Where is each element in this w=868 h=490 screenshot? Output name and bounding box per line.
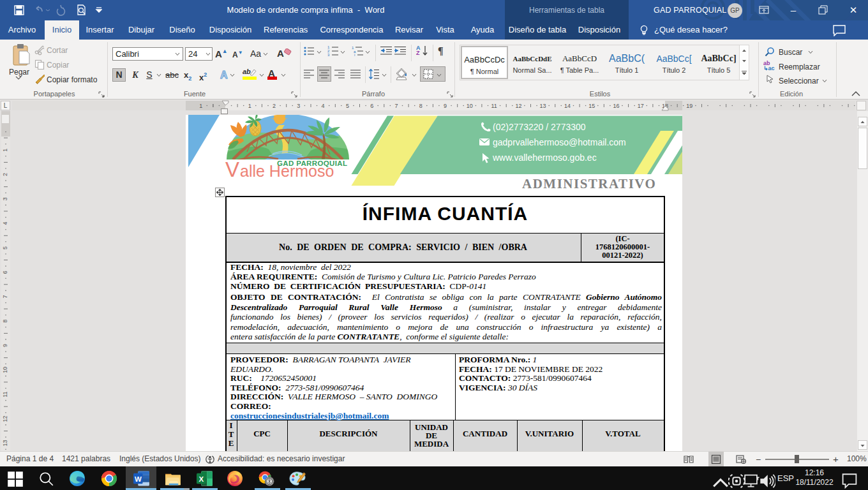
- svg-text:6: 6: [2, 271, 8, 274]
- svg-text:2: 2: [273, 103, 276, 109]
- svg-text:V: V: [225, 158, 239, 181]
- svg-text:8: 8: [419, 103, 423, 109]
- svg-text:1: 1: [199, 103, 202, 109]
- svg-text:10: 10: [467, 103, 473, 109]
- svg-text:5: 5: [346, 103, 349, 109]
- svg-text:3: 3: [327, 53, 330, 57]
- svg-text:4: 4: [322, 103, 325, 109]
- svg-text:9: 9: [2, 344, 8, 347]
- svg-text:3: 3: [2, 197, 8, 200]
- svg-text:13: 13: [540, 103, 546, 109]
- svg-text:alle H: alle H: [240, 162, 281, 180]
- svg-text:6: 6: [370, 103, 373, 109]
- svg-text:16: 16: [613, 103, 619, 109]
- svg-text:15: 15: [588, 103, 595, 109]
- svg-text:7: 7: [394, 103, 398, 109]
- svg-text:3: 3: [297, 103, 300, 109]
- svg-text:19: 19: [686, 103, 692, 109]
- svg-text:2: 2: [2, 173, 8, 176]
- svg-text:4: 4: [2, 222, 8, 225]
- svg-text:11: 11: [2, 391, 8, 397]
- svg-text:17: 17: [638, 103, 644, 109]
- svg-text:12: 12: [515, 103, 521, 109]
- svg-text:www.vallehermoso.gob.ec: www.vallehermoso.gob.ec: [492, 152, 597, 163]
- svg-text:5: 5: [2, 246, 8, 249]
- svg-text:12: 12: [2, 415, 8, 422]
- svg-text:1: 1: [2, 149, 8, 152]
- svg-text:14: 14: [564, 103, 571, 109]
- svg-text:GAD PARROQUIAL: GAD PARROQUIAL: [277, 160, 347, 167]
- svg-text:10: 10: [2, 367, 8, 373]
- svg-text:8: 8: [2, 320, 8, 323]
- svg-text:W: W: [135, 475, 142, 483]
- svg-text:9: 9: [444, 103, 447, 109]
- svg-text:(02)2773220 / 2773300: (02)2773220 / 2773300: [493, 122, 586, 132]
- svg-text:X: X: [198, 475, 204, 483]
- svg-text:i: i: [354, 53, 355, 56]
- svg-text:7: 7: [2, 295, 8, 298]
- svg-text:1: 1: [248, 103, 251, 109]
- svg-text:gadprvallehermoso@hotmail.com: gadprvallehermoso@hotmail.com: [493, 137, 626, 147]
- svg-text:13: 13: [2, 440, 8, 447]
- svg-text:11: 11: [491, 103, 497, 109]
